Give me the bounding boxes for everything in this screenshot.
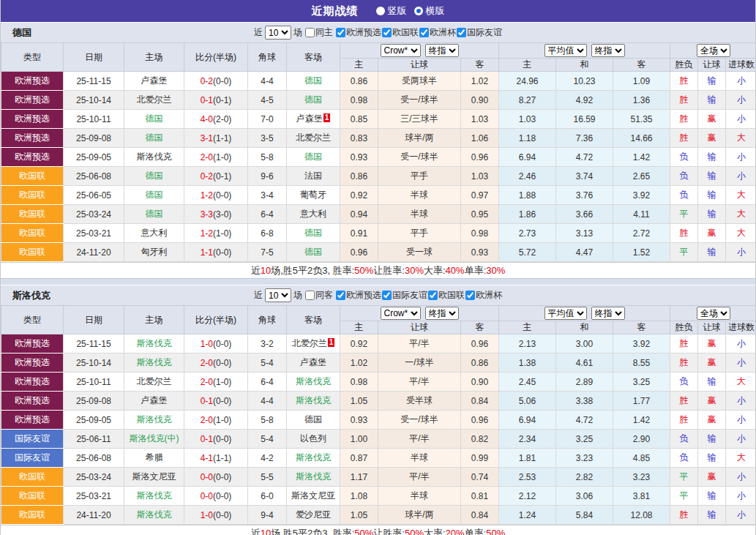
away-team: 斯洛伐克 xyxy=(287,373,340,392)
fulltime-score: 3-3 xyxy=(201,209,213,220)
league-filter: 国际友谊 xyxy=(456,26,502,39)
home-team: 斯洛伐克 xyxy=(124,506,184,525)
corner-score: 5-8 xyxy=(248,148,287,167)
score-cell: 2-0(1-0) xyxy=(184,373,248,392)
result-outcome: 胜 xyxy=(670,91,698,110)
result-goals: 小 xyxy=(726,487,756,506)
league-checkbox[interactable] xyxy=(428,291,438,300)
away-team-name: 卢森堡 xyxy=(300,357,326,367)
result-goals: 小 xyxy=(726,148,756,167)
match-type-cell: 欧国联 xyxy=(1,205,64,224)
team-name: 德国 xyxy=(12,26,31,40)
avg-away: 3.81 xyxy=(613,487,670,506)
summary-stat-value: 10 xyxy=(261,528,271,535)
corner-score: 3-5 xyxy=(248,129,287,148)
odds-away: 0.93 xyxy=(461,243,499,262)
score-cell: 1-1(0-0) xyxy=(184,243,248,262)
odds-stage-select[interactable]: 终指 xyxy=(425,307,459,320)
halftime-score: (0-0) xyxy=(213,434,231,444)
result-outcome: 平 xyxy=(670,468,698,487)
away-team-name: 德国 xyxy=(304,228,322,238)
fulltime-score: 0-1 xyxy=(201,95,213,105)
team-section: 德国 近 10 场 同主 欧洲预选欧国联欧洲杯国际友谊 类 xyxy=(1,22,755,278)
odds-away: 0.81 xyxy=(461,487,499,506)
corner-score: 5-4 xyxy=(248,430,287,449)
avg-away: 3.92 xyxy=(613,334,670,353)
league-label: 欧洲杯 xyxy=(476,289,502,302)
away-team: 爱沙尼亚 xyxy=(287,506,340,525)
bookmaker-select[interactable]: Crow* xyxy=(381,307,421,320)
avg-home: 2.53 xyxy=(499,468,556,487)
header-group-row: 类型 日期 主场 比分(半场) 角球 客场 Crow*终指 平均值终指 全场 xyxy=(1,306,756,321)
match-date: 25-09-05 xyxy=(64,148,124,167)
odds-handicap: 受一/球半 xyxy=(378,91,461,110)
away-team-name: 北爱尔兰 xyxy=(296,132,331,143)
sections-container: 德国 近 10 场 同主 欧洲预选欧国联欧洲杯国际友谊 类 xyxy=(1,22,755,535)
scope-select[interactable]: 全场 xyxy=(697,307,730,320)
avg-draw: 3.76 xyxy=(556,186,613,205)
layout-radio-vertical[interactable]: 竖版 xyxy=(376,4,407,18)
avg-draw: 2.82 xyxy=(556,468,613,487)
odds-handicap: 受两球半 xyxy=(378,72,461,91)
odds-handicap: 受一球 xyxy=(378,243,461,262)
subcol-avg-draw: 和 xyxy=(556,59,613,72)
avg-draw: 3.25 xyxy=(556,430,613,449)
home-team: 斯洛伐克 xyxy=(124,411,184,430)
col-header-score: 比分(半场) xyxy=(184,43,248,72)
summary-stat-value: 30% xyxy=(486,265,505,276)
odds-handicap: 三/三球半 xyxy=(378,110,461,129)
league-checkbox[interactable] xyxy=(457,28,466,37)
same-venue-checkbox[interactable] xyxy=(305,28,315,37)
scope-select[interactable]: 全场 xyxy=(697,44,730,57)
fulltime-score: 2-0 xyxy=(201,377,213,387)
avg-away: 4.11 xyxy=(613,205,670,224)
league-checkbox[interactable] xyxy=(419,28,429,37)
odds-away: 0.97 xyxy=(461,186,499,205)
match-date: 25-11-15 xyxy=(64,334,124,353)
subcol-odds-handicap: 让球 xyxy=(378,321,461,334)
odds-stage-select[interactable]: 终指 xyxy=(425,44,459,57)
league-checkbox[interactable] xyxy=(382,291,392,300)
score-cell: 0-1(0-0) xyxy=(184,392,248,411)
league-checkbox[interactable] xyxy=(465,291,475,300)
summary-text: 近 xyxy=(251,264,261,277)
summary-text: 近 xyxy=(251,527,261,535)
odds-away: 0.82 xyxy=(461,430,499,449)
fulltime-score: 1-2 xyxy=(201,190,213,201)
same-venue-checkbox[interactable] xyxy=(305,291,315,300)
bookmaker-select[interactable]: Crow* xyxy=(381,44,421,57)
halftime-score: (0-0) xyxy=(213,396,231,406)
layout-radio-horizontal[interactable]: 横版 xyxy=(414,4,445,18)
league-checkbox[interactable] xyxy=(336,28,345,37)
filter-row: 德国 近 10 场 同主 欧洲预选欧国联欧洲杯国际友谊 xyxy=(1,22,755,42)
avg-draw: 5.84 xyxy=(556,506,613,525)
away-team-name: 斯洛伐克 xyxy=(296,452,331,463)
home-team-name: 斯洛伐克(中) xyxy=(130,433,179,444)
match-count-select[interactable]: 10 xyxy=(265,26,291,40)
average-stage-select[interactable]: 终指 xyxy=(591,44,625,57)
odds-away: 0.96 xyxy=(461,411,499,430)
corner-score: 6-4 xyxy=(248,205,287,224)
avg-draw: 4.47 xyxy=(556,243,613,262)
odds-handicap: 半球 xyxy=(378,449,461,468)
result-outcome: 负 xyxy=(670,430,698,449)
result-goals: 小 xyxy=(726,468,756,487)
league-checkbox[interactable] xyxy=(382,28,392,37)
average-stage-select[interactable]: 终指 xyxy=(591,307,625,320)
league-checkbox[interactable] xyxy=(336,291,345,300)
score-cell: 1-0(0-0) xyxy=(184,334,248,353)
avg-away: 51.35 xyxy=(613,110,670,129)
average-select[interactable]: 平均值 xyxy=(544,307,587,320)
match-type-cell: 欧国联 xyxy=(1,506,64,525)
col-header-corner: 角球 xyxy=(248,306,287,334)
fulltime-score: 0-2 xyxy=(201,171,213,182)
average-select[interactable]: 平均值 xyxy=(544,44,587,57)
odds-handicap: 受半球 xyxy=(378,392,461,411)
home-team: 德国 xyxy=(124,205,184,224)
avg-away: 1.42 xyxy=(613,411,670,430)
match-type-cell: 欧洲预选 xyxy=(1,353,64,373)
odds-home: 1.00 xyxy=(340,430,378,449)
league-filters: 欧洲预选国际友谊欧国联欧洲杯 xyxy=(335,289,502,302)
near-label: 近 xyxy=(254,26,263,39)
match-count-select[interactable]: 10 xyxy=(265,288,291,302)
